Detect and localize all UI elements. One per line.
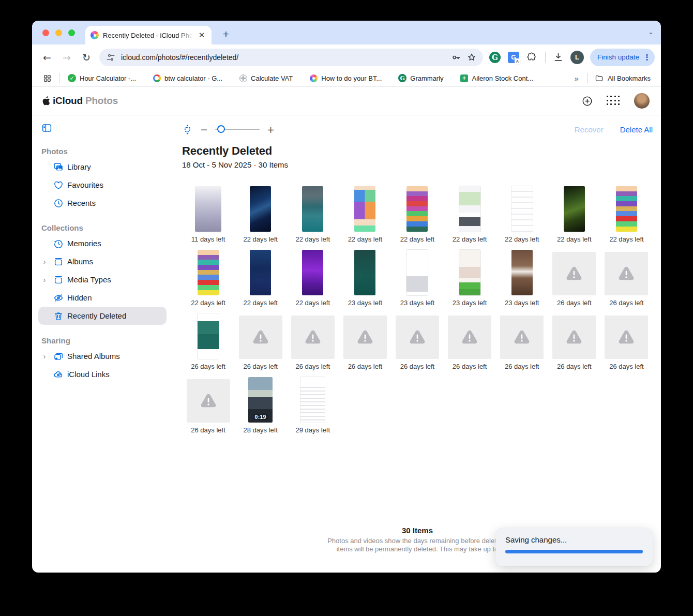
photo-item[interactable]: 22 days left (234, 186, 287, 243)
thumbnail-resize-icon[interactable] (182, 124, 193, 135)
grammarly-extension-icon[interactable]: G (487, 50, 503, 65)
sidebar-item-media-types[interactable]: ›Media Types (38, 271, 167, 289)
apps-grid-icon[interactable] (607, 96, 621, 106)
sidebar-item-memories[interactable]: Memories (38, 234, 167, 252)
profile-avatar[interactable]: L (569, 50, 585, 65)
all-bookmarks-button[interactable]: All Bookmarks (595, 74, 654, 83)
video-item[interactable]: 0:1928 days left (234, 377, 287, 434)
minimize-window-button[interactable] (55, 29, 62, 36)
close-window-button[interactable] (42, 29, 49, 36)
photo-item[interactable]: 11 days left (182, 186, 234, 243)
missing-thumbnail[interactable] (239, 315, 282, 359)
thumbnail[interactable] (354, 250, 375, 295)
address-bar[interactable]: icloud.com/photos/#/recentlydeleted/ (99, 49, 483, 66)
zoom-window-button[interactable] (68, 29, 75, 36)
password-key-icon[interactable] (451, 52, 461, 63)
sidebar-item-icloud-links[interactable]: iCloud Links (38, 365, 167, 383)
thumbnail[interactable] (302, 186, 323, 232)
thumbnail[interactable] (195, 186, 221, 232)
photo-item[interactable]: 22 days left (548, 186, 600, 243)
photo-item-unavailable[interactable]: 26 days left (391, 313, 443, 370)
photo-item-unavailable[interactable]: 26 days left (182, 377, 234, 434)
photo-item-unavailable[interactable]: 26 days left (339, 313, 391, 370)
thumbnail[interactable] (250, 186, 271, 232)
thumbnail[interactable]: 0:19 (248, 377, 273, 423)
thumbnail[interactable] (459, 186, 480, 232)
thumbnail[interactable] (406, 186, 428, 232)
thumbnail[interactable] (616, 186, 637, 232)
photo-item[interactable]: 22 days left (444, 186, 496, 243)
url-text[interactable]: icloud.com/photos/#/recentlydeleted/ (121, 53, 446, 62)
sidebar-item-favourites[interactable]: Favourites (38, 176, 167, 194)
photo-item-unavailable[interactable]: 26 days left (287, 313, 339, 370)
zoom-slider-knob[interactable] (217, 125, 225, 133)
sidebar-item-recently-deleted[interactable]: Recently Deleted (38, 307, 167, 325)
photo-item-unavailable[interactable]: 26 days left (444, 313, 496, 370)
chevron-right-icon[interactable]: › (38, 352, 51, 360)
browser-tab[interactable]: Recently Deleted - iCloud Pho ✕ (85, 26, 212, 44)
photo-item[interactable]: 23 days left (339, 250, 391, 307)
missing-thumbnail[interactable] (605, 252, 648, 295)
zoom-slider[interactable] (215, 129, 260, 130)
photo-item-unavailable[interactable]: 26 days left (600, 313, 653, 370)
bookmark-item[interactable]: Calculate VAT (235, 72, 297, 84)
bookmark-item[interactable]: +Aileron Stock Cont... (456, 72, 538, 84)
photo-item[interactable]: 22 days left (182, 250, 234, 307)
account-avatar[interactable] (634, 93, 650, 109)
bookmark-item[interactable]: ✓Hour Calculator -... (64, 72, 140, 84)
photo-item-unavailable[interactable]: 26 days left (548, 313, 600, 370)
delete-all-button[interactable]: Delete All (620, 125, 653, 134)
thumbnail[interactable] (354, 186, 375, 232)
photo-item[interactable]: 22 days left (287, 250, 339, 307)
sidebar-item-library[interactable]: Library (38, 158, 167, 176)
photo-item[interactable]: 29 days left (287, 377, 339, 434)
photo-item[interactable]: 23 days left (496, 250, 548, 307)
bookmark-item[interactable]: btw calculator - G... (148, 72, 227, 84)
reload-button[interactable]: ↻ (78, 49, 95, 66)
thumbnail[interactable] (564, 186, 585, 232)
thumbnail[interactable] (198, 250, 219, 295)
photo-item[interactable]: 22 days left (600, 186, 653, 243)
photo-item[interactable]: 26 days left (182, 313, 234, 370)
thumbnail[interactable] (406, 250, 428, 295)
thumbnail[interactable] (198, 313, 219, 359)
thumbnail[interactable] (511, 250, 533, 295)
chevron-right-icon[interactable]: › (38, 275, 51, 284)
thumbnail[interactable] (300, 377, 325, 423)
sidebar-toggle-icon[interactable] (41, 123, 52, 133)
missing-thumbnail[interactable] (552, 252, 596, 295)
photo-item-unavailable[interactable]: 26 days left (496, 313, 548, 370)
missing-thumbnail[interactable] (448, 315, 491, 359)
photo-item[interactable]: 22 days left (391, 186, 443, 243)
chevron-right-icon[interactable]: › (38, 257, 51, 266)
photo-item[interactable]: 23 days left (391, 250, 443, 307)
missing-thumbnail[interactable] (500, 315, 544, 359)
thumbnail[interactable] (302, 250, 323, 295)
bookmark-apps-grid-icon[interactable] (39, 70, 55, 86)
downloads-icon[interactable] (551, 50, 566, 65)
sidebar-item-recents[interactable]: Recents (38, 194, 167, 212)
zoom-out-button[interactable]: − (200, 124, 208, 135)
sidebar-item-hidden[interactable]: Hidden (38, 289, 167, 307)
missing-thumbnail[interactable] (552, 315, 596, 359)
new-tab-button[interactable]: + (218, 27, 234, 42)
site-info-icon[interactable] (106, 52, 116, 63)
missing-thumbnail[interactable] (343, 315, 387, 359)
missing-thumbnail[interactable] (605, 315, 648, 359)
translate-extension-icon[interactable]: G (506, 50, 521, 65)
thumbnail[interactable] (250, 250, 271, 295)
bookmark-star-icon[interactable] (466, 52, 477, 63)
photo-item-unavailable[interactable]: 26 days left (548, 250, 600, 307)
bookmark-item[interactable]: How to do your BT... (305, 72, 386, 84)
back-button[interactable]: ← (38, 49, 56, 66)
photo-item-unavailable[interactable]: 26 days left (600, 250, 653, 307)
photo-item[interactable]: 23 days left (444, 250, 496, 307)
tab-close-icon[interactable]: ✕ (197, 31, 206, 40)
photo-item[interactable]: 22 days left (234, 250, 287, 307)
photo-item[interactable]: 22 days left (496, 186, 548, 243)
thumbnail[interactable] (459, 250, 480, 295)
tab-overflow-icon[interactable]: ⌄ (648, 28, 654, 36)
missing-thumbnail[interactable] (396, 315, 439, 359)
recover-button[interactable]: Recover (575, 125, 604, 134)
thumbnail[interactable] (511, 186, 533, 232)
